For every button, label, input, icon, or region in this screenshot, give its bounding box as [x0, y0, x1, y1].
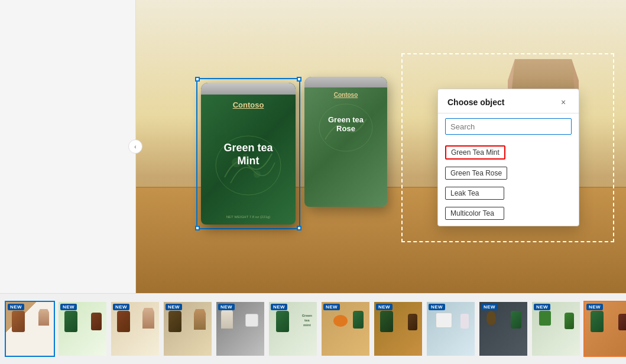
list-item-multicolor-tea[interactable]: Multicolor Tea	[438, 203, 579, 223]
choose-object-modal: Choose object × Green Tea Mint Green Tea…	[437, 89, 579, 226]
thumbnail-7-bg: NEW	[322, 302, 369, 356]
thumb-10-pinecone	[486, 311, 496, 325]
product-can-2: Contoso Green teaRose	[304, 77, 387, 207]
thumbnail-2-bg: NEW	[59, 302, 106, 356]
list-item-green-tea-mint[interactable]: Green Tea Mint	[438, 142, 579, 163]
thumbnail-6-bg: NEW Greenteamint	[269, 302, 317, 356]
thumb-11-can	[565, 313, 574, 329]
thumbnail-8-badge: NEW	[376, 304, 393, 310]
thumbnail-12-bg: NEW	[585, 302, 626, 356]
thumb-3-bag	[142, 308, 154, 329]
thumbnail-12[interactable]: NEW	[583, 301, 626, 357]
can-body: Contoso Green teaMint NET WEIGHT 7.8 oz …	[201, 83, 296, 225]
thumb-4-bag	[194, 309, 206, 330]
thumbnail-9-badge: NEW	[429, 304, 445, 310]
can-brand: Contoso	[201, 100, 296, 109]
thumbnail-4-bg: NEW	[164, 302, 212, 356]
main-scene: Contoso Green teaMint NET WEIGHT 7.8 oz …	[136, 0, 626, 293]
thumbnail-11-badge: NEW	[534, 304, 550, 310]
thumbnail-2[interactable]: NEW	[57, 301, 108, 357]
thumb-2-can-green	[64, 311, 77, 332]
thumb-11-plant	[539, 311, 551, 326]
thumb-3-can	[117, 311, 130, 332]
thumbnail-5[interactable]: NEW	[215, 301, 265, 357]
thumbnail-12-badge: NEW	[586, 304, 603, 310]
thumb-4-can	[168, 311, 181, 332]
thumbnail-10-badge: NEW	[481, 304, 498, 310]
thumbnail-9[interactable]: NEW	[426, 301, 476, 357]
can-body-2: Contoso Green teaRose	[304, 77, 387, 207]
thumb-7-pumpkin	[333, 315, 348, 327]
thumbnail-4-badge: NEW	[166, 304, 182, 310]
can-weight-text: NET WEIGHT 7.8 oz (221g)	[201, 215, 296, 219]
thumbnail-5-bg: NEW	[216, 302, 264, 356]
thumb-1-bag	[38, 309, 49, 326]
thumb-6-text: Greenteamint	[302, 314, 312, 327]
thumb-5-bag-white	[221, 308, 233, 329]
can-top-lid	[201, 83, 296, 95]
thumbnail-2-badge: NEW	[60, 304, 77, 310]
thumb-5-mug	[245, 314, 258, 327]
modal-header: Choose object ×	[438, 89, 579, 113]
modal-item-list: Green Tea Mint Green Tea Rose Leak Tea M…	[438, 139, 579, 226]
thumb-8-can2	[408, 314, 417, 330]
thumbnail-5-badge: NEW	[218, 304, 235, 310]
list-item-btn-green-tea-mint[interactable]: Green Tea Mint	[445, 145, 505, 160]
left-sidebar: ‹	[0, 0, 136, 293]
thumbnail-3-badge: NEW	[113, 304, 129, 310]
thumbnail-8-bg: NEW	[374, 302, 422, 356]
thumb-10-can	[511, 311, 521, 329]
thumbnail-7-badge: NEW	[323, 304, 340, 310]
thumb-1-can-brown	[12, 311, 25, 332]
list-item-green-tea-rose[interactable]: Green Tea Rose	[438, 163, 579, 183]
canvas-area: ‹ Contoso	[0, 0, 626, 293]
thumbnail-10-bg: NEW	[479, 302, 527, 356]
modal-search-input[interactable]	[445, 118, 572, 135]
thumb-2-can-brown	[91, 313, 102, 330]
modal-search-area	[438, 113, 579, 139]
thumbnail-11[interactable]: NEW	[531, 301, 581, 357]
can-2-top-lid	[304, 77, 387, 87]
can-2-label: Contoso Green teaRose	[304, 92, 387, 157]
thumbnail-1[interactable]: NEW	[5, 301, 55, 357]
thumb-8-can	[380, 311, 393, 332]
thumbnail-strip: NEW NEW NEW NEW NEW	[0, 293, 626, 364]
thumbnail-3-bg: NEW	[111, 302, 159, 356]
thumbnail-7[interactable]: NEW	[320, 301, 371, 357]
thumbnail-9-bg: NEW	[427, 302, 475, 356]
sidebar-collapse-arrow[interactable]: ‹	[128, 139, 142, 154]
can-label: Contoso Green teaMint	[201, 100, 296, 167]
list-item-btn-multicolor-tea[interactable]: Multicolor Tea	[445, 207, 504, 220]
thumbnail-10[interactable]: NEW	[478, 301, 528, 357]
thumb-12-can-red	[618, 314, 626, 330]
modal-close-button[interactable]: ×	[557, 96, 569, 108]
modal-title: Choose object	[447, 98, 504, 107]
thumb-9-jar	[460, 314, 469, 329]
list-item-btn-leak-tea[interactable]: Leak Tea	[445, 187, 504, 200]
thumb-9-mug	[436, 313, 452, 328]
thumb-7-can	[353, 311, 364, 329]
thumb-6-can-green	[276, 311, 289, 332]
list-item-leak-tea[interactable]: Leak Tea	[438, 183, 579, 203]
thumbnail-8[interactable]: NEW	[373, 301, 423, 357]
thumbnail-6[interactable]: NEW Greenteamint	[268, 301, 318, 357]
product-can-selected[interactable]: Contoso Green teaMint NET WEIGHT 7.8 oz …	[201, 83, 296, 225]
thumbnail-3[interactable]: NEW	[110, 301, 160, 357]
thumbnail-11-bg: NEW	[532, 302, 580, 356]
list-item-btn-green-tea-rose[interactable]: Green Tea Rose	[445, 167, 507, 180]
thumbnail-1-badge: NEW	[8, 304, 24, 310]
can-product-name: Green teaMint	[201, 142, 296, 167]
thumbnail-1-bg: NEW	[6, 302, 54, 356]
thumb-12-can-green	[591, 311, 604, 332]
svg-point-2	[254, 171, 261, 178]
thumbnail-4[interactable]: NEW	[163, 301, 213, 357]
thumbnail-6-badge: NEW	[271, 304, 287, 310]
